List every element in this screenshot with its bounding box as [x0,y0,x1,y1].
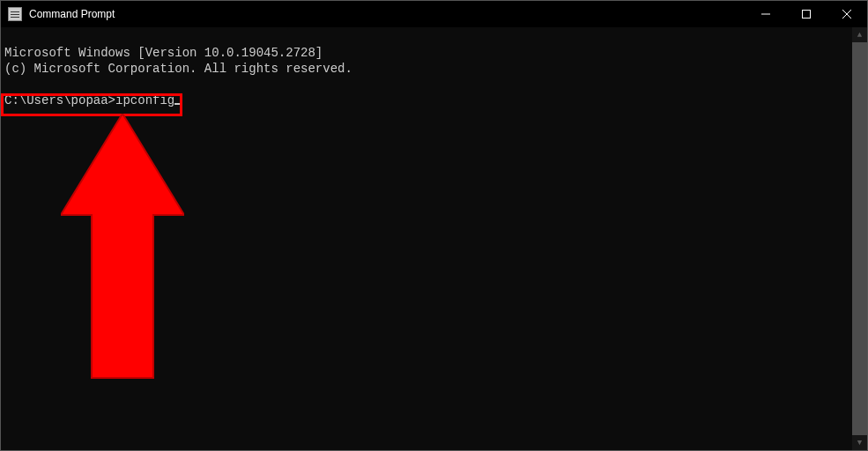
minimize-button[interactable] [746,1,786,27]
cmd-icon [8,7,22,21]
window-title: Command Prompt [27,8,746,20]
prompt-path: C:\Users\popaa> [4,93,115,107]
scroll-track[interactable] [852,42,867,435]
window-controls [746,1,867,27]
scroll-up-button[interactable]: ▲ [852,27,867,42]
maximize-button[interactable] [786,1,827,27]
titlebar[interactable]: Command Prompt [1,1,867,27]
command-prompt-window: Command Prompt Microsoft Windows [Versio… [0,0,868,451]
prompt-line: C:\Users\popaa>ipconfig [4,93,182,107]
svg-rect-1 [803,11,811,18]
scroll-thumb[interactable] [852,42,867,435]
copyright-line: (c) Microsoft Corporation. All rights re… [4,62,352,76]
text-cursor [174,103,182,105]
terminal-output[interactable]: Microsoft Windows [Version 10.0.19045.27… [1,27,852,450]
content-area: Microsoft Windows [Version 10.0.19045.27… [1,27,867,450]
close-button[interactable] [827,1,867,27]
scroll-down-button[interactable]: ▼ [852,435,867,450]
typed-command: ipconfig [115,93,174,107]
vertical-scrollbar[interactable]: ▲ ▼ [852,27,867,450]
version-line: Microsoft Windows [Version 10.0.19045.27… [4,46,323,60]
